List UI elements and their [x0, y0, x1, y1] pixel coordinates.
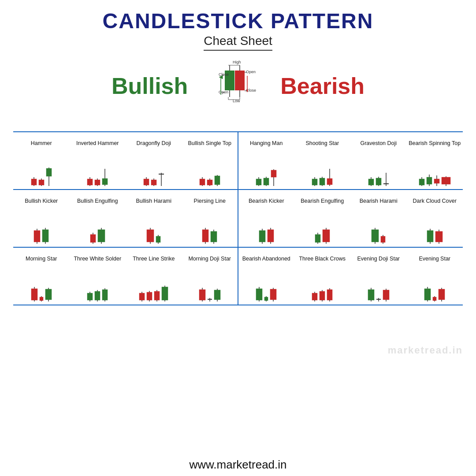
pattern-name: Bearish Harami	[360, 193, 398, 209]
svg-rect-210	[383, 290, 389, 300]
candles-display	[139, 269, 168, 302]
pattern-name: Bullish Single Top	[188, 136, 231, 152]
candles-display	[31, 269, 52, 302]
svg-text:High: High	[233, 60, 241, 64]
grid-section: Hammer Inverted Hammer Dragonfly Doji Bu…	[13, 131, 463, 454]
pattern-name: Bearish Engulfing	[301, 193, 344, 209]
svg-rect-144	[435, 231, 443, 242]
pattern-cell: Three Line Strike	[126, 247, 182, 305]
pattern-name: Graveston Doji	[360, 136, 397, 152]
svg-rect-81	[376, 178, 381, 185]
svg-rect-105	[90, 234, 96, 242]
svg-rect-171	[154, 291, 160, 300]
pattern-name: Morning Star	[26, 251, 57, 267]
candles-display	[143, 153, 164, 186]
pattern-cell: Morning Star	[13, 247, 70, 305]
svg-rect-24	[31, 179, 37, 185]
pattern-cell: Morning Doji Star	[182, 247, 238, 305]
svg-rect-93	[434, 179, 439, 183]
svg-rect-54	[207, 180, 212, 185]
svg-rect-183	[214, 290, 220, 300]
svg-rect-120	[211, 231, 217, 242]
legend-area: Bullish High Close Open	[13, 55, 463, 117]
pattern-cell: Graveston Doji	[350, 132, 407, 190]
svg-rect-111	[147, 230, 154, 242]
svg-rect-108	[98, 230, 105, 242]
svg-rect-117	[202, 230, 208, 242]
candles-display	[259, 211, 274, 244]
svg-rect-159	[95, 291, 100, 300]
svg-rect-213	[424, 289, 431, 300]
pattern-name: Bearish Abandoned	[242, 251, 290, 267]
svg-rect-135	[372, 230, 379, 242]
svg-rect-156	[87, 293, 93, 300]
candles-display	[312, 153, 333, 186]
svg-rect-11	[235, 71, 245, 90]
svg-rect-75	[327, 178, 332, 185]
svg-rect-51	[200, 179, 205, 185]
svg-rect-33	[87, 179, 93, 185]
pattern-name: Dragonfly Doji	[136, 136, 171, 152]
svg-rect-204	[368, 290, 374, 300]
pattern-cell: Inverted Hammer	[70, 132, 126, 190]
candles-display	[33, 211, 49, 244]
pattern-name: Dark Cloud Cover	[413, 193, 457, 209]
svg-rect-150	[40, 297, 43, 301]
footer-url: www.marketread.in	[189, 458, 286, 472]
pattern-cell: Shooting Star	[294, 132, 351, 190]
svg-rect-63	[264, 178, 269, 185]
candles-display	[87, 269, 108, 302]
pattern-name: Three White Solder	[74, 251, 121, 267]
pattern-name: Evening Doji Star	[357, 251, 400, 267]
pattern-cell: Bearish Spinning Top	[407, 132, 463, 190]
candles-display	[424, 269, 445, 302]
pattern-cell: Bearish Engulfing	[294, 190, 351, 247]
pattern-name: Inverted Hammer	[76, 136, 119, 152]
pattern-cell: Bullish Kicker	[13, 190, 70, 247]
pattern-cell: Dragonfly Doji	[126, 132, 182, 190]
svg-rect-216	[433, 297, 436, 301]
main-container: CANDLESTICK PATTERN Cheat Sheet Bullish …	[0, 0, 476, 476]
candles-display	[368, 153, 389, 186]
pattern-cell: Evening Doji Star	[350, 247, 407, 305]
candles-display	[146, 211, 161, 244]
pattern-grid: Hammer Inverted Hammer Dragonfly Doji Bu…	[13, 131, 463, 305]
svg-rect-87	[419, 179, 424, 185]
svg-rect-123	[259, 231, 265, 242]
svg-rect-57	[215, 176, 220, 185]
pattern-name: Hanging Man	[250, 136, 283, 152]
svg-rect-132	[323, 230, 330, 242]
svg-rect-186	[256, 289, 262, 300]
svg-rect-96	[442, 177, 450, 184]
pattern-name: Bullish Harami	[136, 193, 171, 209]
svg-rect-66	[271, 170, 276, 177]
pattern-cell: Evening Star	[407, 247, 463, 305]
pattern-cell: Hanging Man	[238, 132, 294, 190]
pattern-name: Bearish Spinning Top	[409, 136, 461, 152]
pattern-cell: Bearish Harami	[350, 190, 407, 247]
svg-rect-153	[45, 289, 52, 300]
candles-display	[315, 211, 330, 244]
candles-display	[371, 211, 386, 244]
pattern-cell: Bearish Abandoned	[238, 247, 294, 305]
svg-rect-174	[162, 287, 168, 300]
pattern-cell: Piersing Line	[182, 190, 238, 247]
candles-display	[368, 269, 390, 302]
svg-rect-45	[151, 180, 156, 185]
svg-text:Open: Open	[246, 70, 256, 74]
svg-rect-165	[139, 293, 145, 300]
svg-rect-195	[312, 293, 317, 300]
svg-rect-141	[427, 231, 433, 242]
pattern-cell: Bullish Single Top	[182, 132, 238, 190]
bearish-label: Bearish	[280, 73, 364, 99]
pattern-name: Piersing Line	[194, 193, 226, 209]
candles-display	[256, 153, 277, 186]
svg-rect-189	[264, 297, 268, 301]
svg-rect-36	[95, 180, 100, 185]
svg-text:Close: Close	[219, 72, 229, 77]
candles-display	[87, 153, 108, 186]
pattern-name: Three Line Strike	[133, 251, 175, 267]
svg-rect-138	[381, 236, 385, 242]
candles-display	[199, 269, 221, 302]
pattern-cell: Bearish Kicker	[238, 190, 294, 247]
